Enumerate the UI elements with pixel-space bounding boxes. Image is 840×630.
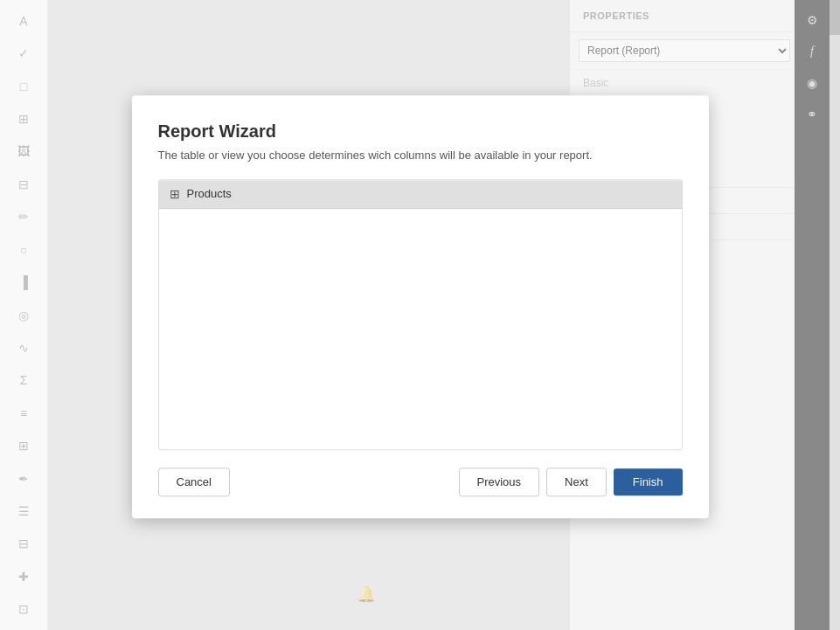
table-item-products[interactable]: ⊞ Products [159, 180, 682, 209]
table-item-name: Products [187, 187, 232, 200]
next-button[interactable]: Next [546, 467, 607, 496]
table-selection-area: ⊞ Products [158, 179, 683, 450]
cancel-button[interactable]: Cancel [158, 467, 230, 496]
modal-title: Report Wizard [158, 121, 683, 142]
table-item-icon: ⊞ [170, 187, 180, 201]
report-wizard-modal: Report Wizard The table or view you choo… [132, 95, 709, 518]
modal-footer: Cancel Previous Next Finish [158, 467, 683, 496]
previous-button[interactable]: Previous [459, 467, 540, 496]
modal-subtitle: The table or view you choose determines … [158, 149, 683, 162]
finish-button[interactable]: Finish [614, 468, 683, 495]
table-content-empty-area [159, 209, 682, 446]
